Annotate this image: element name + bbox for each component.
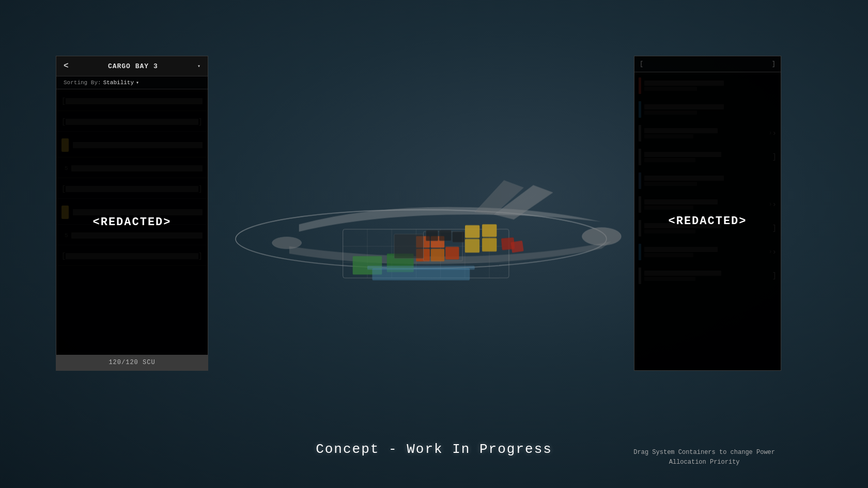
- svg-rect-1: [343, 229, 509, 278]
- svg-rect-17: [431, 236, 444, 248]
- right-redacted-overlay: <REDACTED>: [634, 72, 781, 370]
- right-redacted-text: <REDACTED>: [668, 215, 747, 228]
- left-cargo-panel: < CARGO BAY 3 ▾ Sorting By: Stability ▾ …: [56, 56, 208, 371]
- sorting-row: Sorting By: Stability ▾: [56, 76, 208, 89]
- panel-footer: 120/120 SCU: [56, 355, 208, 370]
- title-dropdown-icon[interactable]: ▾: [197, 63, 200, 69]
- panel-title: CARGO BAY 3: [73, 62, 193, 70]
- hint-line1: Drag System Containers to change Power: [633, 448, 775, 458]
- svg-rect-23: [501, 238, 515, 250]
- hint-line2: Allocation Priority: [633, 458, 775, 467]
- svg-rect-16: [431, 248, 444, 261]
- panel-header: < CARGO BAY 3 ▾: [56, 56, 208, 76]
- right-panel-content: › › ]: [634, 72, 781, 370]
- sorting-dropdown-icon[interactable]: ▾: [136, 80, 139, 86]
- redacted-overlay: <REDACTED>: [56, 89, 208, 355]
- back-button[interactable]: <: [64, 61, 69, 71]
- svg-point-3: [272, 237, 302, 249]
- right-panel-bracket-right: ]: [772, 60, 776, 68]
- right-panel-header: [ ]: [634, 56, 781, 72]
- sorting-label: Sorting By:: [64, 80, 101, 86]
- svg-rect-24: [510, 241, 523, 253]
- svg-rect-15: [416, 236, 430, 248]
- svg-rect-19: [465, 239, 479, 253]
- svg-point-0: [236, 210, 607, 268]
- right-panel-bracket-left: [: [640, 60, 643, 68]
- svg-rect-26: [367, 265, 475, 270]
- svg-rect-22: [482, 224, 497, 237]
- scu-count: 120/120 SCU: [109, 359, 155, 366]
- svg-point-2: [582, 228, 622, 245]
- ship-svg: [202, 52, 641, 426]
- svg-rect-28: [394, 234, 424, 258]
- svg-rect-13: [387, 254, 414, 272]
- svg-rect-31: [452, 231, 464, 242]
- svg-rect-14: [416, 248, 430, 261]
- svg-rect-12: [353, 256, 382, 275]
- ship-visual: [202, 52, 641, 426]
- right-panel: [ ]: [634, 56, 781, 371]
- sorting-value: Stability: [103, 80, 134, 86]
- svg-rect-18: [445, 247, 459, 260]
- svg-rect-30: [439, 230, 452, 241]
- redacted-text: <REDACTED>: [92, 216, 171, 229]
- bottom-hint: Drag System Containers to change Power A…: [633, 448, 775, 467]
- svg-rect-27: [424, 231, 463, 261]
- svg-rect-21: [482, 238, 497, 251]
- bottom-label: Concept - Work In Progress: [316, 442, 552, 457]
- svg-rect-29: [426, 230, 438, 241]
- svg-rect-25: [373, 268, 470, 280]
- panel-content: [ [ ] 5 [ ]: [56, 89, 208, 355]
- svg-rect-20: [465, 225, 479, 238]
